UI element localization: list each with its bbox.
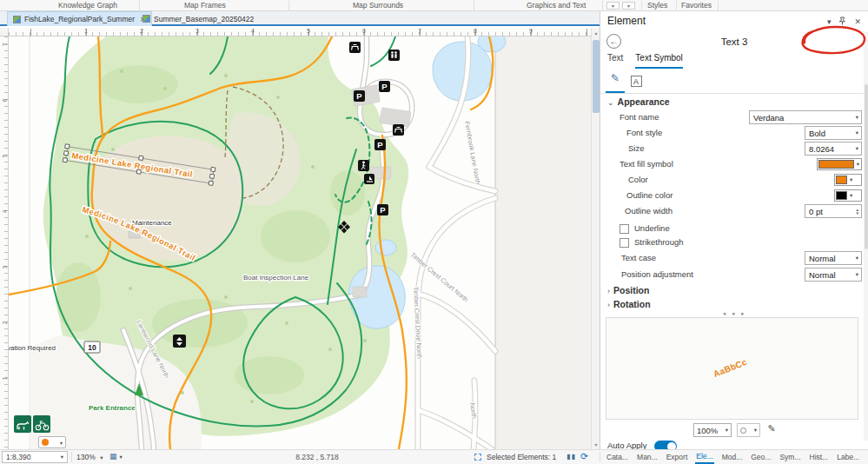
boat-launch-icon <box>364 174 374 184</box>
chevron-down-icon: ▾ <box>61 454 63 461</box>
chevron-down-icon: ▾ <box>726 427 728 434</box>
dock-tab-symbology[interactable]: Sym... <box>779 452 801 463</box>
chevron-down-icon: ▾ <box>856 114 858 121</box>
position-section-header[interactable]: ›Position <box>607 285 649 295</box>
ruler-number: 6 <box>362 28 366 34</box>
horizontal-ruler: 1 2 3 4 5 6 7 8 9 <box>9 28 591 36</box>
coordinates-readout: 8.232 , 5.718 <box>248 453 387 461</box>
dock-tab-export[interactable]: Export <box>666 452 689 463</box>
outline-width-spinner[interactable]: 0 pt▴▾ <box>805 204 862 218</box>
ruler-number: 2 <box>140 28 143 34</box>
subtab-gallery[interactable]: ✎ <box>606 72 625 93</box>
rotation-section-header[interactable]: ›Rotation <box>607 299 651 309</box>
spin-down-icon[interactable]: ▾ <box>856 211 858 215</box>
preview-background-dropdown[interactable]: ▾ <box>737 423 760 437</box>
strikethrough-checkbox[interactable] <box>620 238 629 248</box>
position-adjustment-dropdown[interactable]: Normal▾ <box>805 268 862 282</box>
size-combo[interactable]: 8.0264▾ <box>805 142 862 156</box>
ruler-number: 1 <box>84 28 88 34</box>
snapping-grid-icon[interactable]: ▦▾ <box>109 452 123 461</box>
outline-color-swatch-dropdown[interactable]: ▾ <box>834 189 862 202</box>
scrollbar-thumb[interactable] <box>865 84 868 249</box>
ribbon-group-map-frames: Map Frames <box>184 1 226 10</box>
close-icon[interactable]: ✕ <box>854 17 861 26</box>
svg-text:P: P <box>381 82 388 91</box>
appearance-section-header[interactable]: ⌄Appearance <box>607 96 670 107</box>
tab-text-symbol[interactable]: Text Symbol <box>635 53 682 69</box>
color-swatch-dropdown[interactable]: ▾ <box>834 174 862 186</box>
font-style-dropdown[interactable]: Bold▾ <box>805 126 862 140</box>
selection-icon <box>474 454 481 461</box>
text-fill-label: Text fill symbol <box>620 159 673 169</box>
arcgis-pro-window: Knowledge Graph Map Frames Map Surrounds… <box>0 0 868 464</box>
color-label: Color <box>628 175 648 184</box>
color-swatch-dropdown[interactable]: ▾ <box>38 436 66 448</box>
layout-canvas[interactable]: P P P P Maintenance <box>9 36 591 449</box>
refresh-icon[interactable]: ⟳ <box>580 451 588 462</box>
ruler-major-ticks <box>30 29 613 36</box>
view-tab-layout[interactable]: FishLake_RegionalPark_Summer ✕ <box>7 11 152 26</box>
ruler-number: 4 <box>251 28 255 34</box>
dock-tab-manage[interactable]: Man... <box>636 452 659 463</box>
view-tab-basemap[interactable]: Summer_Basemap_20250422 <box>137 11 259 26</box>
chevron-down-icon: ▾ <box>856 145 858 152</box>
map-vertical-scrollbar[interactable]: ▴ ▾ <box>591 28 600 449</box>
ribbon-small-button[interactable]: ▾ <box>606 2 620 10</box>
ribbon-group-graphics-and-text: Graphics and Text <box>527 1 586 10</box>
subtab-properties[interactable]: A <box>626 72 646 93</box>
element-panel: Element ▾ ✕ ← Text 3 Text Text Symbol ✎ … <box>600 11 868 449</box>
scale-dropdown[interactable]: 1:8,390▾ <box>2 451 68 463</box>
text-case-dropdown[interactable]: Normal▾ <box>805 251 862 265</box>
svg-text:P: P <box>380 205 386 215</box>
ruler-corner <box>0 28 9 36</box>
dock-tab-history[interactable]: Hist... <box>809 452 830 463</box>
tab-text[interactable]: Text <box>607 53 623 69</box>
pin-icon[interactable] <box>838 17 846 27</box>
dock-tab-geoprocessing[interactable]: Geo... <box>750 452 772 463</box>
pause-drawing-icon[interactable]: ▮▮ <box>567 453 576 461</box>
size-row: Size 8.0264▾ <box>600 142 868 156</box>
ribbon-divider <box>288 1 289 10</box>
panel-menu-icon[interactable]: ▾ <box>827 17 832 26</box>
boat-inspection-label[interactable]: Boat Inspection Lane <box>243 274 309 282</box>
underline-checkbox[interactable] <box>620 224 629 234</box>
parking-icon: P <box>377 204 388 215</box>
underline-row: Underline <box>600 222 868 236</box>
preview-zoom-dropdown[interactable]: 100%▾ <box>693 423 732 437</box>
parking-icon: P <box>354 90 365 102</box>
dock-tab-modify[interactable]: Mod... <box>721 452 744 463</box>
underline-label: Underline <box>634 223 670 233</box>
svg-text:P: P <box>377 140 383 149</box>
selected-elements-count[interactable]: Selected Elements: 1 <box>487 453 556 461</box>
ribbon-divider <box>641 1 642 10</box>
font-name-dropdown[interactable]: Verdana▾ <box>749 110 862 124</box>
ribbon-group-map-surrounds: Map Surrounds <box>353 1 403 10</box>
panel-scrollbar[interactable] <box>864 32 868 441</box>
ruler-number: 6 <box>2 96 8 105</box>
status-divider <box>71 452 72 462</box>
scrollbar-thumb[interactable] <box>593 40 600 113</box>
chevron-down-icon: ▾ <box>856 271 858 278</box>
view-tab-bar: FishLake_RegionalPark_Summer ✕ Summer_Ba… <box>0 11 600 26</box>
ribbon-small-button[interactable]: ▾ <box>622 2 635 10</box>
dock-tab-catalog[interactable]: Cata... <box>606 452 629 463</box>
dock-tab-labeling[interactable]: Labe... <box>836 452 860 463</box>
chevron-right-icon: › <box>607 301 610 309</box>
position-adjustment-label: Position adjustment <box>621 269 693 279</box>
view-tab-label: Summer_Basemap_20250422 <box>154 15 254 23</box>
text-fill-row: Text fill symbol ▾ <box>600 157 868 172</box>
dock-tab-element[interactable]: Ele... <box>695 451 713 464</box>
text-fill-swatch-dropdown[interactable]: ▾ <box>817 158 862 170</box>
route-shield: 10 <box>84 341 100 353</box>
orange-swatch-icon <box>42 439 49 446</box>
status-bar: 1:8,390▾ 130% ▾ ▦▾ 8.232 , 5.718 Selecte… <box>0 449 868 464</box>
map-canvas[interactable]: P P P P Maintenance <box>9 36 591 449</box>
font-style-row: Font style Bold▾ <box>600 126 868 141</box>
reservation-label[interactable]: vation Required <box>9 344 56 352</box>
picnic-icon <box>349 42 361 53</box>
panel-splitter[interactable]: ● ● ● <box>600 311 868 316</box>
park-entrance-label[interactable]: Park Entrance <box>89 404 136 412</box>
format-pen-icon[interactable]: ✎ <box>764 423 779 437</box>
outline-color-swatch <box>836 191 847 200</box>
zoom-dropdown[interactable]: 130% ▾ <box>76 453 103 461</box>
